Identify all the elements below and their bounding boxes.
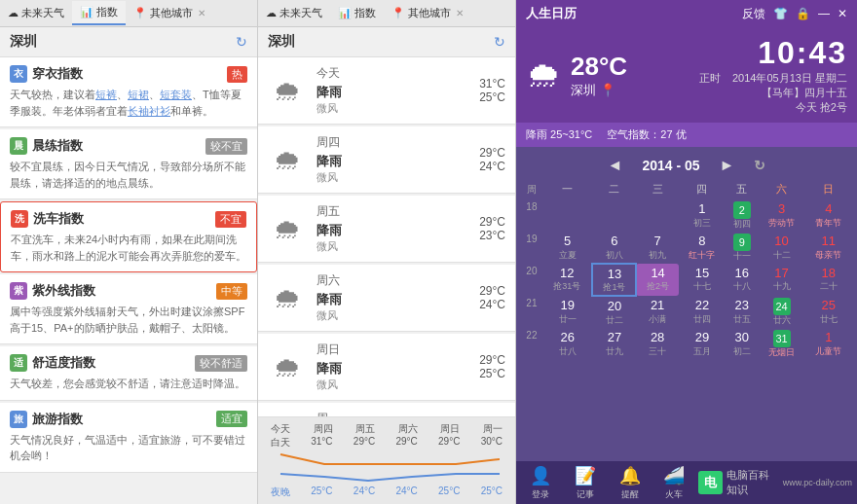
cal-day-8[interactable]: 8 红十字 xyxy=(679,232,726,264)
p3-minimize-icon[interactable]: — xyxy=(818,7,830,20)
cal-day-14[interactable]: 14 抢2号 xyxy=(636,264,678,297)
cal-day-30[interactable]: 30 初二 xyxy=(726,328,758,360)
cal-day-21[interactable]: 21 小满 xyxy=(636,296,678,328)
cal-day-20[interactable]: 20 廿二 xyxy=(592,296,636,328)
cal-day-5[interactable]: 5 立夏 xyxy=(542,232,593,264)
weather-row-3: 🌧 周六 降雨 微风 29°C 24°C xyxy=(258,265,515,332)
cal-day-27[interactable]: 27 廿九 xyxy=(592,328,636,360)
cal-week-21: 21 19 廿一 20 廿二 21 小满 22 廿四 xyxy=(521,296,852,328)
weather-wind-4: 微风 xyxy=(317,378,469,392)
cal-day-28[interactable]: 28 三十 xyxy=(636,328,678,360)
p3-close-icon[interactable]: ✕ xyxy=(838,7,847,20)
cal-day-31[interactable]: 31 无烟日 xyxy=(758,328,804,360)
cal-col-sat: 六 xyxy=(758,179,804,199)
p3-weather-detail: 降雨 25~31°C 空气指数：27 优 xyxy=(516,123,857,147)
panel-weather: ☁ 未来天气 📊 指数 📍 其他城市 ✕ 深圳 ↻ 🌧 今天 降雨 微风 xyxy=(258,0,516,504)
cal-refresh-icon[interactable]: ↻ xyxy=(754,158,765,173)
tab-other-cities-2[interactable]: 📍 其他城市 ✕ xyxy=(384,2,471,24)
index-item-travel: 旅 旅游指数 适宜 天气情况良好，气温适中，适宜旅游，可不要错过机会哟！ xyxy=(0,403,257,473)
index-header-clothing: 衣 穿衣指数 热 xyxy=(10,65,247,83)
index-header-morning: 晨 晨练指数 较不宜 xyxy=(10,137,247,155)
cal-day-12[interactable]: 12 抢31号 xyxy=(542,264,593,297)
cal-day-6[interactable]: 6 初八 xyxy=(592,232,636,264)
cal-day-3[interactable]: 3 劳动节 xyxy=(758,199,804,232)
cal-day-15[interactable]: 15 十七 xyxy=(679,264,726,297)
cal-col-wed: 三 xyxy=(636,179,678,199)
weather-type-1: 降雨 xyxy=(317,153,469,170)
tab-future-weather-1[interactable]: ☁ 未来天气 xyxy=(0,2,72,24)
index-title-travel: 旅 旅游指数 xyxy=(10,411,83,428)
tab-close-1[interactable]: ✕ xyxy=(198,8,205,18)
cal-day-1[interactable]: 1 初三 xyxy=(679,199,726,232)
cal-prev-btn[interactable]: ◄ xyxy=(608,157,623,174)
cal-day-17[interactable]: 17 十九 xyxy=(758,264,804,297)
toolbar-btn-train[interactable]: 🚄 火车 xyxy=(654,465,694,501)
p3-today-label: 今天 抢2号 xyxy=(699,100,847,115)
weather-temp-2: 29°C 23°C xyxy=(479,215,505,242)
index-title-morning: 晨 晨练指数 xyxy=(10,137,83,155)
cal-day-25[interactable]: 25 廿七 xyxy=(805,296,852,328)
login-label: 登录 xyxy=(532,488,549,501)
p3-forecast-text: 降雨 25~31°C xyxy=(526,127,592,142)
p3-lunar-date: 【马年】四月十五 xyxy=(699,86,847,100)
carwash-badge: 不宜 xyxy=(215,211,246,228)
chart-icon-2: 📊 xyxy=(338,7,352,19)
p3-shirt-icon[interactable]: 👕 xyxy=(773,7,788,20)
weather-temp-3: 29°C 24°C xyxy=(479,284,505,311)
p3-lock-icon[interactable]: 🔒 xyxy=(796,7,810,20)
weather-day-3: 周六 xyxy=(317,272,469,289)
cal-day-10[interactable]: 10 十二 xyxy=(758,232,804,264)
cal-day-jun1[interactable]: 1 儿童节 xyxy=(805,328,852,360)
cal-day-13[interactable]: 13 抢1号 xyxy=(592,264,636,297)
tab-index[interactable]: 📊 指数 xyxy=(72,1,126,25)
tab-future-weather-2[interactable]: ☁ 未来天气 xyxy=(258,2,330,24)
weather-wind-3: 微风 xyxy=(317,308,469,323)
morning-icon: 晨 xyxy=(10,137,27,155)
uv-desc: 属中等强度紫外线辐射天气，外出时建议涂擦SPF高于15、PA+的防晒护肤品，戴帽… xyxy=(10,304,247,336)
cal-day-7[interactable]: 7 初九 xyxy=(636,232,678,264)
cal-day-24[interactable]: 24 廿六 xyxy=(758,296,804,328)
index-item-morning: 晨 晨练指数 较不宜 较不宜晨练，因今日天气情况，导致部分场所不能晨练，请选择适… xyxy=(0,129,257,199)
cal-day-22[interactable]: 22 廿四 xyxy=(679,296,726,328)
cal-day-26[interactable]: 26 廿八 xyxy=(542,328,593,360)
tab-other-cities-1[interactable]: 📍 其他城市 ✕ xyxy=(126,2,213,24)
toolbar-btn-reminder[interactable]: 🔔 提醒 xyxy=(610,465,650,501)
index-list: 衣 穿衣指数 热 天气较热，建议着短裤、短裙、短套装、T恤等夏季服装。年老体弱者… xyxy=(0,57,257,504)
cal-day-11[interactable]: 11 母亲节 xyxy=(805,232,852,264)
cal-col-tue: 二 xyxy=(592,179,636,199)
p3-weather-main: 28°C 深圳 📍 xyxy=(571,52,689,99)
cal-day-2[interactable]: 2 初四 xyxy=(726,199,758,232)
cal-week-18: 18 1 初三 2 初四 3 劳动节 xyxy=(521,199,852,232)
p3-temperature: 28°C xyxy=(571,52,689,82)
tab-close-2[interactable]: ✕ xyxy=(456,8,464,18)
logo-url: www.pc-daily.com xyxy=(783,478,852,487)
comfort-desc: 天气较差，您会感觉较不舒适，请注意适时降温。 xyxy=(10,376,247,392)
clothing-badge: 热 xyxy=(227,66,247,83)
cal-next-btn[interactable]: ► xyxy=(720,157,735,174)
refresh-icon-1[interactable]: ↻ xyxy=(236,34,247,50)
p3-feedback-btn[interactable]: 反馈 xyxy=(742,6,765,22)
index-item-clothing: 衣 穿衣指数 热 天气较热，建议着短裤、短裙、短套装、T恤等夏季服装。年老体弱者… xyxy=(0,57,257,127)
p3-air-index: 空气指数：27 优 xyxy=(607,127,686,142)
pin-icon-1: 📍 xyxy=(133,7,147,19)
cal-day-19[interactable]: 19 廿一 xyxy=(542,296,593,328)
cal-day-4[interactable]: 4 青年节 xyxy=(805,199,852,232)
weather-icon-0: 🌧 xyxy=(268,75,307,107)
cal-day-9[interactable]: 9 十一 xyxy=(726,232,758,264)
refresh-icon-2[interactable]: ↻ xyxy=(494,34,505,50)
tab-index-2[interactable]: 📊 指数 xyxy=(330,2,384,24)
cal-month-label: 2014 - 05 xyxy=(642,158,699,173)
weather-day-0: 今天 xyxy=(317,65,469,82)
cal-col-sun: 日 xyxy=(805,179,852,199)
toolbar-btn-notes[interactable]: 📝 记事 xyxy=(566,465,606,501)
toolbar-btn-login[interactable]: 👤 登录 xyxy=(521,465,561,501)
p3-controls: 反馈 👕 🔒 — ✕ xyxy=(742,6,847,22)
cal-day-29[interactable]: 29 五月 xyxy=(679,328,726,360)
carwash-desc: 不宜洗车，未来24小时内有雨，如果在此期间洗车，雨水和路上的泥水可能会再次弄脏您… xyxy=(11,232,246,264)
weather-type-4: 降雨 xyxy=(317,360,469,378)
cal-day-23[interactable]: 23 廿五 xyxy=(726,296,758,328)
comfort-icon: 适 xyxy=(10,354,27,372)
cal-day-18[interactable]: 18 二十 xyxy=(805,264,852,297)
chart-icon-1: 📊 xyxy=(80,6,93,18)
cal-day-16[interactable]: 16 十八 xyxy=(726,264,758,297)
